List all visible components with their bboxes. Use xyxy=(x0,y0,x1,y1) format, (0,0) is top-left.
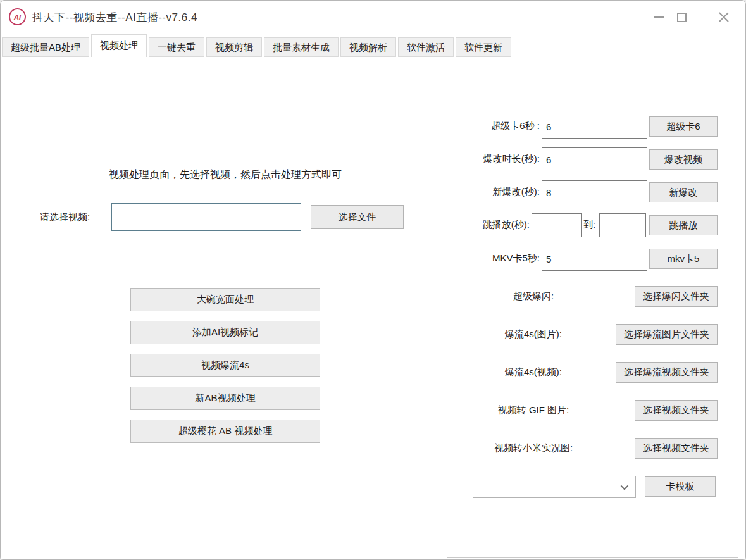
window-title: 抖天下--视频去重--AI直播--v7.6.4 xyxy=(32,1,197,34)
super-card6-button[interactable]: 超级卡6 xyxy=(649,116,718,137)
jump-play-button[interactable]: 跳播放 xyxy=(649,215,718,235)
chevron-down-icon xyxy=(621,482,629,490)
page-instruction: 视频处理页面，先选择视频，然后点击处理方式即可 xyxy=(73,168,377,182)
new-baogai-label: 新爆改(秒): xyxy=(447,186,540,198)
maximize-button[interactable] xyxy=(672,8,691,26)
card-template-button[interactable]: 卡模板 xyxy=(645,476,716,497)
video-path-input[interactable] xyxy=(111,203,301,231)
tab-video-edit[interactable]: 视频剪辑 xyxy=(206,37,262,57)
tab-super-batch-ab[interactable]: 超级批量AB处理 xyxy=(2,37,89,57)
tab-video-processing[interactable]: 视频处理 xyxy=(91,34,147,57)
app-window: AI 抖天下--视频去重--AI直播--v7.6.4 超级批量AB处理 视频处理… xyxy=(0,0,746,560)
minimize-icon xyxy=(654,16,664,18)
tab-video-parse[interactable]: 视频解析 xyxy=(340,37,396,57)
new-baogai-input[interactable] xyxy=(542,180,647,204)
mkv-card5-input[interactable] xyxy=(542,247,647,271)
select-baoshan-folder-button[interactable]: 选择爆闪文件夹 xyxy=(635,286,718,307)
mkv-card5-button[interactable]: mkv卡5 xyxy=(649,249,718,269)
titlebar: AI 抖天下--视频去重--AI直播--v7.6.4 xyxy=(1,1,745,34)
select-baoliu-video-folder-button[interactable]: 选择爆流视频文件夹 xyxy=(616,362,718,383)
select-baoliu-image-folder-button[interactable]: 选择爆流图片文件夹 xyxy=(616,324,718,345)
baogai-duration-label: 爆改时长(秒): xyxy=(447,153,540,165)
parameter-panel: 超级卡6秒 : 超级卡6 爆改时长(秒): 爆改视频 新爆改(秒): 新爆改 跳… xyxy=(447,63,738,558)
baogai-video-button[interactable]: 爆改视频 xyxy=(649,149,718,170)
close-button[interactable] xyxy=(714,8,733,26)
jump-from-input[interactable] xyxy=(532,213,582,237)
super-card6-label: 超级卡6秒 : xyxy=(447,120,540,132)
tab-software-update[interactable]: 软件更新 xyxy=(456,37,511,57)
baoliu4s-image-label: 爆流4s(图片): xyxy=(454,328,613,340)
jump-play-label: 跳播放(秒): xyxy=(447,219,530,231)
new-baogai-button[interactable]: 新爆改 xyxy=(649,182,718,202)
baogai-duration-input[interactable] xyxy=(542,147,647,171)
select-file-button[interactable]: 选择文件 xyxy=(311,205,404,229)
select-video-folder-live-button[interactable]: 选择视频文件夹 xyxy=(635,438,718,459)
tab-one-key-dedup[interactable]: 一键去重 xyxy=(149,37,204,57)
video-baoliu-4s-button[interactable]: 视频爆流4s xyxy=(130,354,320,377)
jump-to-input[interactable] xyxy=(599,213,646,237)
super-sakura-ab-button[interactable]: 超级樱花 AB 视频处理 xyxy=(130,420,320,443)
video-to-xiaomi-live-label: 视频转小米实况图: xyxy=(454,442,613,454)
new-ab-video-button[interactable]: 新AB视频处理 xyxy=(130,387,320,410)
tab-batch-material[interactable]: 批量素材生成 xyxy=(264,37,339,57)
app-logo-icon: AI xyxy=(9,8,26,25)
baoliu4s-video-label: 爆流4s(视频): xyxy=(454,366,613,378)
video-to-gif-label: 视频转 GIF 图片: xyxy=(454,404,613,416)
tab-software-activate[interactable]: 软件激活 xyxy=(398,37,454,57)
super-card6-input[interactable] xyxy=(542,115,647,139)
add-ai-video-mark-button[interactable]: 添加AI视频标记 xyxy=(130,321,320,344)
super-baoshan-label: 超级爆闪: xyxy=(454,290,613,302)
logo-text: AI xyxy=(14,13,21,21)
jump-to-label: 到: xyxy=(583,219,595,231)
minimize-button[interactable] xyxy=(650,8,669,26)
template-dropdown[interactable] xyxy=(473,476,636,498)
tab-bar: 超级批量AB处理 视频处理 一键去重 视频剪辑 批量素材生成 视频解析 软件激活… xyxy=(1,34,745,57)
dawan-kuanmian-button[interactable]: 大碗宽面处理 xyxy=(130,288,320,311)
close-icon xyxy=(718,11,730,23)
mkv-card5-label: MKV卡5秒: xyxy=(447,252,540,264)
select-video-folder-gif-button[interactable]: 选择视频文件夹 xyxy=(635,400,718,421)
select-video-label: 请选择视频: xyxy=(40,211,90,223)
maximize-icon xyxy=(677,13,687,22)
